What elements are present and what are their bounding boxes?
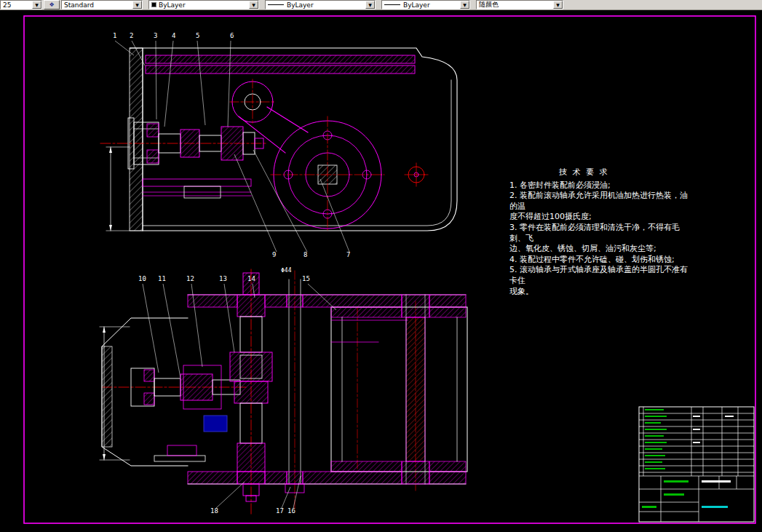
callout-6: 6 — [230, 32, 234, 39]
color-dropdown[interactable]: ByLayer ▼ — [148, 0, 259, 9]
chevron-down-icon[interactable]: ▼ — [32, 1, 41, 9]
tech-req-line: 1. 各密封件装配前必须浸油; — [509, 180, 691, 191]
tech-req-line: 3. 零件在装配前必须清理和清洗干净，不得有毛刺、飞 — [509, 223, 691, 244]
chevron-down-icon[interactable]: ▼ — [365, 1, 375, 9]
tech-requirements: 技 术 要 求 1. 各密封件装配前必须浸油; 2. 装配前滚动轴承允许采用机油… — [509, 167, 691, 297]
tech-req-line: 4. 装配过程中零件不允许磕、碰、划伤和锈蚀; — [509, 255, 691, 266]
lineweight-dropdown[interactable]: ByLayer ▼ — [381, 0, 470, 9]
top-view-linework — [100, 48, 457, 231]
linetype-dropdown[interactable]: ByLayer ▼ — [265, 0, 376, 9]
callout-4: 4 — [172, 32, 175, 39]
layer-tool-icon: ❖ — [49, 1, 54, 8]
tech-requirements-title: 技 术 要 求 — [559, 167, 691, 178]
tech-req-line: 边、氧化皮、锈蚀、切屑、油污和灰尘等; — [509, 244, 691, 255]
dim-label: Φ44 — [281, 267, 292, 274]
callout-2: 2 — [130, 32, 133, 39]
chevron-down-icon[interactable]: ▼ — [249, 1, 258, 9]
color-value: ByLayer — [159, 1, 186, 9]
lineweight-sample-icon — [384, 4, 400, 5]
callout-8: 8 — [303, 251, 307, 258]
callout-10: 10 — [138, 275, 146, 282]
callout-15: 15 — [302, 275, 310, 282]
callout-7: 7 — [346, 251, 350, 258]
tech-req-line: 度不得超过100摄氏度; — [509, 212, 691, 223]
tech-req-line: 2. 装配前滚动轴承允许采用机油加热进行热装，油的温 — [509, 191, 691, 212]
linetype-sample-icon — [268, 4, 284, 5]
style-value: Standard — [64, 1, 94, 9]
lineweight-value: ByLayer — [403, 1, 430, 9]
history-value: 25 — [3, 1, 11, 9]
callout-16: 16 — [287, 507, 295, 515]
layer-tool-button[interactable]: ❖ — [44, 0, 60, 9]
callout-1: 1 — [113, 32, 116, 39]
callout-12: 12 — [186, 275, 194, 282]
chevron-down-icon[interactable]: ▼ — [553, 1, 563, 9]
callout-5: 5 — [196, 32, 199, 39]
linetype-value: ByLayer — [287, 1, 314, 9]
callout-11: 11 — [158, 275, 166, 282]
callout-13: 13 — [219, 275, 227, 282]
top-toolbar: 25 ▼ ❖ Standard ▼ ByLayer ▼ ByLayer ▼ By… — [0, 0, 762, 10]
tech-req-line: 5. 滚动轴承与开式轴承座及轴承盖的半圆孔不准有卡住 — [509, 265, 691, 286]
callout-17: 17 — [276, 507, 284, 515]
plot-style-value: 随颜色 — [479, 0, 499, 9]
title-block — [639, 407, 754, 522]
bottom-view-linework — [100, 269, 467, 514]
callout-9: 9 — [272, 251, 276, 258]
chevron-down-icon[interactable]: ▼ — [132, 1, 142, 9]
tech-req-line: 现象。 — [509, 287, 691, 298]
callout-18: 18 — [210, 507, 218, 515]
callout-14: 14 — [247, 275, 255, 282]
callout-3: 3 — [154, 32, 157, 39]
style-dropdown[interactable]: Standard ▼ — [61, 0, 143, 9]
chevron-down-icon[interactable]: ▼ — [460, 1, 469, 9]
history-dropdown[interactable]: 25 ▼ — [0, 0, 42, 9]
plot-style-dropdown[interactable]: 随颜色 ▼ — [476, 0, 563, 9]
color-swatch-icon — [151, 2, 156, 7]
